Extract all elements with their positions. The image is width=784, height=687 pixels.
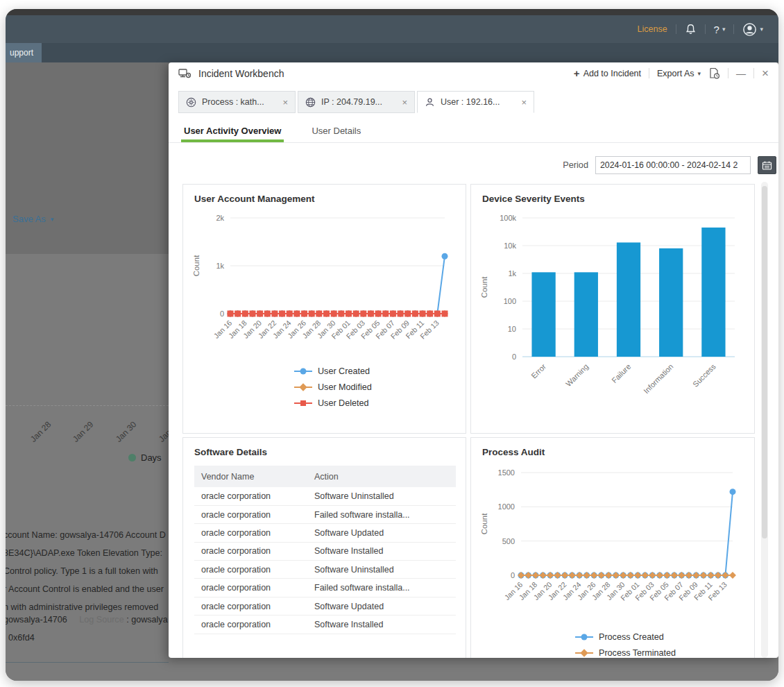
license-link[interactable]: License bbox=[638, 24, 667, 34]
calendar-icon bbox=[762, 160, 772, 171]
separator bbox=[649, 68, 649, 78]
legend-item[interactable]: User Deleted bbox=[294, 398, 461, 408]
period-row: Period bbox=[563, 156, 776, 174]
tab-ip[interactable]: IP : 204.79.19... × bbox=[298, 91, 415, 113]
entity-tab-strip: Process : kath... × IP : 204.79.19... × … bbox=[178, 91, 536, 113]
svg-text:0: 0 bbox=[220, 309, 224, 318]
calendar-button[interactable] bbox=[758, 156, 776, 174]
table-cell: oracle corporation bbox=[194, 579, 307, 597]
workbench-header: Incident Workbench + Add to Incident Exp… bbox=[169, 62, 778, 84]
globe-icon bbox=[305, 97, 316, 108]
software-table: Vendor NameActionoracle corporationSoftw… bbox=[194, 466, 456, 634]
software-details-table: Vendor NameActionoracle corporationSoftw… bbox=[183, 466, 466, 634]
svg-text:Count: Count bbox=[480, 513, 488, 534]
tab-user-activity-overview[interactable]: User Activity Overview bbox=[181, 123, 284, 142]
period-input[interactable] bbox=[595, 156, 751, 174]
help-menu[interactable]: ? ▾ bbox=[714, 24, 726, 35]
background-x-label: Jan 29 bbox=[71, 420, 95, 444]
table-cell: oracle corporation bbox=[194, 616, 307, 634]
legend-label: User Modified bbox=[318, 382, 372, 392]
panel-title: Device Severity Events bbox=[471, 185, 754, 205]
tab-label: User : 192.16... bbox=[441, 97, 500, 107]
schedule-report-button[interactable] bbox=[708, 67, 720, 79]
close-button[interactable]: × bbox=[762, 67, 769, 80]
background-axis-line bbox=[6, 405, 172, 406]
tab-label: Process : kath... bbox=[202, 97, 264, 107]
nav-tab-support[interactable]: upport bbox=[6, 43, 42, 62]
close-tab-icon[interactable]: × bbox=[521, 97, 527, 108]
chevron-down-icon: ▾ bbox=[760, 26, 763, 33]
log-detail-line: Control policy. Type 1 is a full token w… bbox=[6, 562, 178, 580]
log-detail-line: n with administrative privileges removed bbox=[6, 598, 178, 616]
log-source-value: : gowsalya bbox=[126, 615, 168, 625]
table-row: oracle corporationSoftware Uninstalled bbox=[194, 487, 456, 505]
account-menu[interactable]: ▾ bbox=[742, 22, 763, 37]
notifications-button[interactable] bbox=[685, 24, 697, 35]
export-as-label: Export As bbox=[657, 69, 694, 78]
column-header: Action bbox=[307, 466, 456, 487]
close-tab-icon[interactable]: × bbox=[402, 97, 407, 108]
tab-process[interactable]: Process : kath... × bbox=[178, 91, 296, 113]
table-cell: oracle corporation bbox=[194, 542, 307, 560]
add-to-incident-button[interactable]: + Add to Incident bbox=[574, 67, 641, 79]
table-cell: oracle corporation bbox=[194, 561, 307, 579]
column-header: Vendor Name bbox=[194, 466, 307, 487]
table-cell: Failed software installa... bbox=[307, 505, 456, 523]
chevron-down-icon: ▾ bbox=[698, 70, 701, 77]
svg-text:100k: 100k bbox=[500, 214, 516, 222]
table-row: oracle corporationSoftware Installed bbox=[194, 542, 456, 560]
table-cell: oracle corporation bbox=[194, 487, 307, 505]
app-window: License ? ▾ ▾ upport Save A bbox=[6, 9, 778, 681]
table-row: oracle corporationSoftware Installed bbox=[194, 616, 456, 634]
close-tab-icon[interactable]: × bbox=[282, 97, 288, 108]
svg-text:Information: Information bbox=[642, 362, 674, 395]
legend-label: User Deleted bbox=[318, 398, 369, 408]
legend-item[interactable]: Process Terminated bbox=[575, 648, 750, 658]
bell-icon bbox=[685, 24, 697, 35]
days-legend-label: Days bbox=[141, 452, 162, 463]
chart-process-audit: 050010001500CountJan 16Jan 18Jan 20Jan 2… bbox=[471, 459, 754, 658]
legend-item[interactable]: Process Created bbox=[575, 632, 750, 642]
panel-device-severity-events: Device Severity Events 0101001k10k100kCo… bbox=[470, 184, 755, 434]
modal-scrollbar bbox=[761, 182, 768, 658]
svg-text:Error: Error bbox=[529, 362, 547, 380]
svg-text:1k: 1k bbox=[508, 269, 516, 278]
period-label: Period bbox=[563, 160, 588, 170]
top-strip bbox=[6, 9, 778, 15]
chart-legend: Process CreatedProcess Terminated bbox=[575, 632, 750, 658]
days-legend-dot bbox=[128, 454, 136, 461]
legend-item[interactable]: User Created bbox=[294, 366, 461, 376]
tab-label: IP : 204.79.19... bbox=[321, 97, 382, 107]
log-detail-line: r Account Control is enabled and the use… bbox=[6, 580, 178, 598]
chevron-down-icon: ▾ bbox=[722, 26, 726, 33]
table-cell: oracle corporation bbox=[194, 505, 307, 523]
tab-user[interactable]: User : 192.16... × bbox=[417, 91, 534, 113]
panel-user-account-management: User Account Management 01k2kCountJan 16… bbox=[182, 184, 466, 434]
svg-text:100: 100 bbox=[504, 297, 516, 305]
panel-title: Process Audit bbox=[471, 438, 754, 459]
panel-process-audit: Process Audit 050010001500CountJan 16Jan… bbox=[470, 437, 755, 658]
background-divider bbox=[6, 662, 169, 663]
export-as-button[interactable]: Export As ▾ bbox=[657, 69, 701, 78]
plus-icon: + bbox=[574, 67, 580, 79]
table-cell: Software Installed bbox=[307, 616, 456, 634]
chevron-down-icon: ▾ bbox=[51, 216, 54, 223]
modal-scrollbar-thumb[interactable] bbox=[762, 186, 767, 538]
background-log-footer-2: : 0x6fd4 bbox=[6, 633, 35, 643]
add-to-incident-label: Add to Incident bbox=[583, 69, 641, 78]
help-label: ? bbox=[714, 24, 719, 35]
table-cell: Software Uninstalled bbox=[307, 487, 456, 505]
avatar-icon bbox=[742, 22, 757, 37]
tab-user-details[interactable]: User Details bbox=[309, 123, 364, 142]
minimize-button[interactable]: — bbox=[736, 68, 746, 79]
app-header: License ? ▾ ▾ bbox=[6, 15, 778, 43]
chart-user-account-management: 01k2kCountJan 16Jan 18Jan 20Jan 22Jan 24… bbox=[183, 205, 466, 408]
log-detail-line: ccount Name: gowsalya-14706 Account D bbox=[6, 526, 178, 544]
background-x-label: Jan 30 bbox=[114, 420, 138, 444]
table-cell: Failed software installa... bbox=[307, 579, 456, 597]
table-row: oracle corporationFailed software instal… bbox=[194, 579, 456, 597]
table-cell: Software Updated bbox=[307, 524, 456, 542]
svg-text:10: 10 bbox=[508, 325, 516, 333]
save-as-button[interactable]: Save As ▾ bbox=[12, 214, 53, 224]
legend-item[interactable]: User Modified bbox=[294, 382, 461, 392]
